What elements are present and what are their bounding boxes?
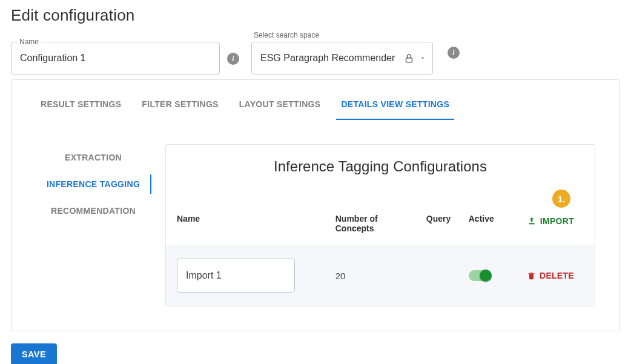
tab-layout-settings[interactable]: LAYOUT SETTINGS xyxy=(234,86,326,120)
delete-button[interactable]: DELETE xyxy=(523,268,578,283)
badge-row: 1. xyxy=(166,190,595,208)
row-concepts: 20 xyxy=(327,245,418,306)
sidebar-item-inference-tagging[interactable]: INFERENCE TAGGING xyxy=(36,171,151,197)
panel-title: Inference Tagging Configurations xyxy=(166,145,595,190)
sidebar-item-extraction[interactable]: EXTRACTION xyxy=(36,144,151,171)
sidebar-item-recommendation[interactable]: RECOMMENDATION xyxy=(36,197,151,224)
search-space-group: Select search space ESG Paragraph Recomm… xyxy=(251,31,460,74)
trash-icon xyxy=(527,271,536,280)
svg-rect-0 xyxy=(406,58,412,62)
lock-icon xyxy=(404,53,414,64)
svg-rect-1 xyxy=(529,223,534,224)
th-active: Active xyxy=(460,208,515,245)
search-space-select[interactable]: ESG Paragraph Recommender xyxy=(251,42,433,74)
toggle-knob xyxy=(480,270,492,282)
search-space-value: ESG Paragraph Recommender xyxy=(260,53,395,64)
tab-result-settings[interactable]: RESULT SETTINGS xyxy=(36,86,126,120)
config-table: Name Number of Concepts Query Active IMP… xyxy=(166,208,595,306)
info-icon: i xyxy=(448,47,460,59)
top-controls: Name i Select search space ESG Paragraph… xyxy=(11,31,620,74)
name-field-group: Name i xyxy=(11,42,239,74)
search-space-label: Select search space xyxy=(251,31,433,39)
upload-icon xyxy=(527,216,537,226)
tab-filter-settings[interactable]: FILTER SETTINGS xyxy=(137,86,223,120)
row-name-input[interactable] xyxy=(177,259,295,293)
import-button[interactable]: IMPORT xyxy=(523,214,578,228)
delete-label: DELETE xyxy=(540,271,574,280)
table-row: 20 DELETE xyxy=(166,245,595,306)
import-label: IMPORT xyxy=(540,216,574,226)
name-input[interactable] xyxy=(11,42,220,74)
side-nav: EXTRACTION INFERENCE TAGGING RECOMMENDAT… xyxy=(36,144,151,224)
th-concepts: Number of Concepts xyxy=(327,208,418,245)
settings-tabs: RESULT SETTINGS FILTER SETTINGS LAYOUT S… xyxy=(12,86,619,120)
page-title: Edit configuration xyxy=(11,6,620,25)
name-label: Name xyxy=(17,38,41,46)
name-field-wrap: Name xyxy=(11,42,220,74)
th-query: Query xyxy=(418,208,460,245)
settings-card: RESULT SETTINGS FILTER SETTINGS LAYOUT S… xyxy=(11,79,620,331)
search-space-field: Select search space ESG Paragraph Recomm… xyxy=(251,31,433,74)
row-query xyxy=(418,245,460,306)
inference-panel: Inference Tagging Configurations 1. Name… xyxy=(165,144,595,306)
step-badge: 1. xyxy=(552,190,570,208)
th-import: IMPORT xyxy=(515,208,595,245)
select-right-icons xyxy=(404,53,426,64)
save-button[interactable]: SAVE xyxy=(11,343,57,364)
th-name: Name xyxy=(166,208,327,245)
caret-down-icon xyxy=(419,55,426,62)
info-icon: i xyxy=(227,53,239,65)
details-body: EXTRACTION INFERENCE TAGGING RECOMMENDAT… xyxy=(12,120,619,306)
active-toggle[interactable] xyxy=(469,270,491,281)
tab-details-view-settings[interactable]: DETAILS VIEW SETTINGS xyxy=(336,86,454,120)
